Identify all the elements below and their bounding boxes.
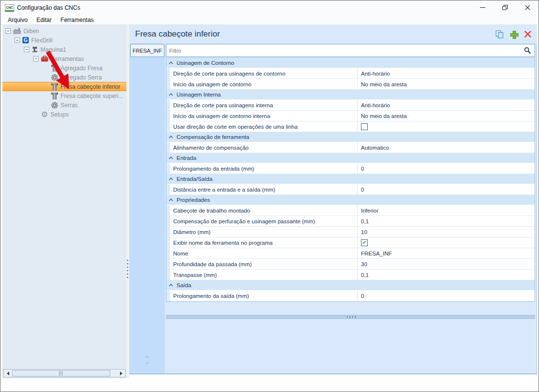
duplicate-button[interactable]	[495, 30, 504, 39]
collapse-toggle-icon[interactable]	[5, 28, 11, 34]
property-value[interactable]: Automatico	[358, 142, 535, 153]
tree-item-agregado-serra[interactable]: Agregado Serra	[2, 73, 126, 82]
tree-item-serras[interactable]: Serras	[2, 100, 126, 110]
property-row: Prolongamento da saída (mm) 0	[166, 291, 535, 301]
property-value[interactable]: Inferior	[358, 205, 535, 216]
filter-input[interactable]	[166, 48, 524, 54]
property-row: Início da usinagem de contorno No meio d…	[166, 79, 535, 90]
property-label: Nome	[170, 248, 358, 258]
window-title: Configuração das CNCs	[17, 4, 80, 11]
collapse-toggle-icon[interactable]	[33, 56, 39, 61]
detail-panel: Fresa cabeçote inferior	[129, 25, 537, 378]
detail-body: FRESA_INF	[129, 43, 537, 374]
grip-icon	[345, 316, 357, 318]
tree-item-giben[interactable]: Giben	[2, 26, 126, 36]
property-value[interactable]: Anti-horário	[358, 100, 535, 110]
scrollbar-thumb[interactable]	[12, 370, 110, 376]
detail-toolbar	[495, 30, 532, 39]
section-title: Saída	[177, 282, 191, 288]
property-value[interactable]: Anti-horário	[358, 68, 535, 78]
scroll-down-icon[interactable]	[145, 362, 150, 368]
close-button[interactable]	[516, 0, 539, 15]
menu-ferramentas[interactable]: Ferramentas	[56, 16, 98, 24]
property-value[interactable]: 0	[358, 291, 535, 301]
scrollbar-track[interactable]	[11, 370, 118, 377]
property-value[interactable]: 10	[358, 227, 535, 237]
menu-bar: Arquivo Editar Ferramentas	[0, 15, 539, 25]
arrow-right-icon	[120, 372, 124, 375]
property-label: Cabeçote de trabalho montado	[170, 205, 358, 216]
property-label: Prolongamento da saída (mm)	[170, 291, 358, 301]
menu-editar[interactable]: Editar	[32, 16, 56, 24]
toolbox-icon	[41, 56, 48, 62]
row-gutter	[166, 227, 170, 237]
property-row: Direção de corte para usinagens interna …	[166, 100, 535, 111]
property-value[interactable]: FRESA_INF	[358, 248, 535, 258]
checkbox[interactable]: ✔	[361, 239, 368, 246]
scroll-left-button[interactable]	[3, 370, 11, 377]
tree-item-label: Serras	[60, 102, 78, 109]
section-usinagem-de-contorno[interactable]: Usinagem de Contorno	[166, 58, 535, 68]
mill-tool-icon	[51, 83, 58, 90]
row-gutter	[166, 237, 170, 248]
delete-button[interactable]	[523, 30, 532, 39]
section-entrada[interactable]: Entrada	[166, 153, 535, 163]
tree-item-setups[interactable]: ⚙ Setups	[2, 110, 126, 119]
property-value[interactable]: No meio da aresta	[358, 111, 535, 121]
checkbox[interactable]: ✔	[361, 123, 368, 130]
section-title: Propriedades	[177, 197, 210, 203]
tree-item-flexdrill[interactable]: G FlexDrill	[2, 36, 126, 45]
scroll-up-icon[interactable]	[145, 353, 150, 358]
tree-item-label: Ferramentas	[51, 56, 84, 62]
chevron-up-icon	[169, 136, 173, 138]
property-row: Nome FRESA_INF	[166, 248, 535, 259]
chevron-up-icon	[169, 284, 173, 287]
copy-pages-icon	[496, 30, 504, 39]
section-usinagem-interna[interactable]: Usinagem Interna	[166, 90, 535, 100]
tree-item-fresa-cabecote-superior[interactable]: Fresa cabeçote superi...	[2, 91, 126, 100]
horizontal-splitter[interactable]	[166, 315, 535, 319]
property-grid: Usinagem de Contorno Direção de corte pa…	[166, 58, 535, 302]
tree-item-maquina1[interactable]: Maquina1	[2, 45, 126, 54]
chevron-up-icon	[169, 93, 173, 96]
property-value[interactable]: 0,1	[358, 216, 535, 226]
collapse-toggle-icon[interactable]	[15, 38, 20, 43]
tree-item-label: Maquina1	[40, 46, 66, 53]
property-label: Início da usinagem de contorno	[170, 79, 358, 89]
property-value[interactable]: 0,1	[358, 270, 535, 280]
property-row: Prolongamento da entrada (mm) 0	[166, 163, 535, 174]
scroll-right-button[interactable]	[118, 370, 125, 377]
property-label: Profundidade da passada (mm)	[170, 259, 358, 269]
minimize-button[interactable]	[471, 0, 494, 15]
section-saida[interactable]: Saída	[166, 280, 535, 291]
tree-item-fresa-cabecote-inferior[interactable]: Fresa cabeçote inferior	[2, 82, 126, 91]
property-value[interactable]: 30	[358, 259, 535, 269]
restore-button[interactable]	[494, 0, 516, 15]
detail-header: Fresa cabeçote inferior	[129, 25, 537, 43]
tree-item-agregado-fresa[interactable]: Agregado Fresa	[2, 63, 126, 73]
title-bar: CNC Configuração das CNCs	[0, 0, 539, 15]
section-title: Entrada/Saída	[177, 176, 213, 182]
section-compensacao-de-ferramenta[interactable]: Compensação de ferramenta	[166, 132, 535, 142]
property-value[interactable]: No meio da aresta	[358, 79, 535, 89]
property-label: Prolongamento da entrada (mm)	[170, 163, 358, 174]
menu-arquivo[interactable]: Arquivo	[3, 16, 32, 24]
section-propriedades[interactable]: Propriedades	[166, 195, 535, 205]
row-gutter	[166, 205, 170, 216]
add-button[interactable]	[509, 30, 518, 39]
property-value[interactable]: 0	[358, 163, 535, 174]
property-label: Exibir nome da ferramenta no programa	[170, 237, 358, 248]
tree-horizontal-scrollbar[interactable]	[3, 369, 126, 377]
app-icon-text: CNC	[6, 6, 13, 9]
mill-tool-icon	[51, 93, 58, 99]
tree-item-ferramentas[interactable]: Ferramentas	[2, 54, 126, 63]
tree-item-label: Agregado Serra	[60, 74, 102, 81]
collapse-toggle-icon[interactable]	[24, 47, 29, 52]
section-entrada-saida[interactable]: Entrada/Saída	[166, 174, 535, 184]
property-label: Diâmetro (mm)	[170, 227, 358, 237]
row-gutter	[166, 100, 170, 110]
property-label: Distância entre a entrada e a saída (mm)	[170, 184, 358, 195]
property-value[interactable]: 0	[358, 184, 535, 195]
tab-fresa-inf[interactable]: FRESA_INF	[130, 44, 164, 57]
app-window: CNC Configuração das CNCs Arquivo Editar…	[0, 0, 539, 392]
